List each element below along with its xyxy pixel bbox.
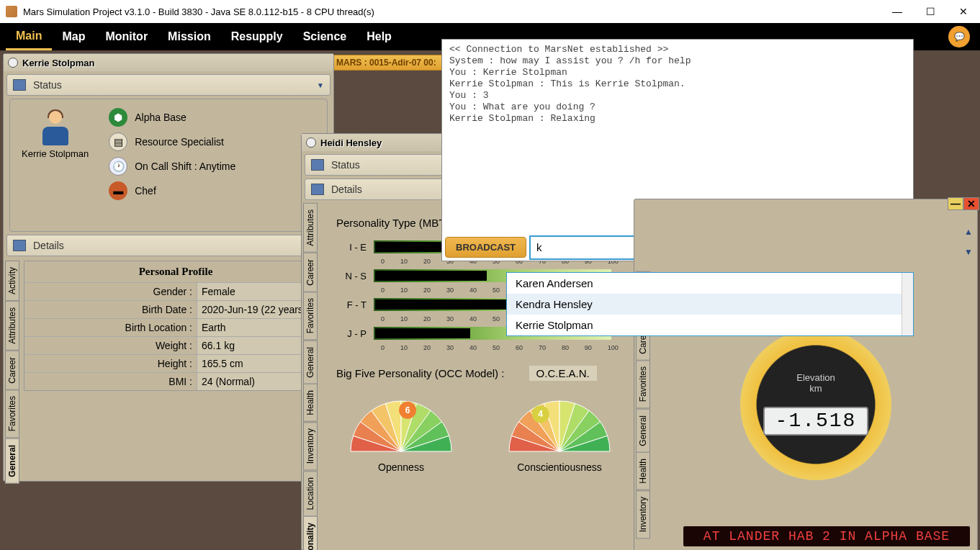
status-shift: On Call Shift : Anytime: [135, 161, 235, 172]
menu-help[interactable]: Help: [356, 24, 402, 49]
gauge-label: Conscientiousness: [502, 461, 617, 473]
plabel: Height :: [24, 355, 197, 372]
tab-general[interactable]: General: [303, 341, 318, 384]
clock-icon: 🕐: [109, 157, 127, 176]
tab-inventory[interactable]: Inventory: [303, 422, 318, 470]
details-panel-header[interactable]: Details: [6, 235, 331, 256]
tab-attributes[interactable]: Attributes: [303, 203, 318, 253]
gauge-fan-icon: 6: [343, 394, 459, 459]
tab-career[interactable]: Career: [303, 253, 318, 292]
menu-mission[interactable]: Mission: [158, 24, 221, 49]
menu-resupply[interactable]: Resupply: [221, 24, 293, 49]
chat-bubble-icon[interactable]: 💬: [948, 26, 970, 48]
window-radio-icon: [306, 138, 316, 148]
menu-monitor[interactable]: Monitor: [95, 24, 158, 49]
window-header[interactable]: Kerrie Stolpman: [4, 54, 333, 71]
tab-favorites[interactable]: Favorites: [303, 292, 318, 340]
elevation-gauge: Elevation km -1.518: [740, 329, 891, 480]
maximize-button[interactable]: ☐: [914, 0, 947, 23]
location-ticker: AT LANDER HAB 2 IN ALPHA BASE: [683, 526, 970, 546]
profile-title: Personal Profile: [24, 261, 327, 282]
profile-box: Personal Profile Gender :Female Birth Da…: [24, 261, 328, 391]
workspace: MARS : 0015-Adir-07 00: Kerrie Stolpman …: [0, 50, 980, 550]
gauge-label: Openness: [343, 461, 459, 473]
tab-favorites[interactable]: Favorites: [5, 389, 19, 438]
tab-general[interactable]: General: [636, 409, 650, 453]
person-name: Kerrie Stolpman: [22, 58, 94, 68]
tab-inventory[interactable]: Inventory: [636, 490, 650, 538]
base-icon: ⬢: [109, 108, 127, 127]
tab-career[interactable]: Career: [5, 351, 19, 390]
elevation-label: Elevation: [740, 372, 891, 383]
details-label: Details: [33, 240, 64, 251]
status-panel-header[interactable]: Status ▼: [6, 74, 331, 96]
person-name: Heidi Hensley: [320, 138, 382, 148]
status-job: Chef: [135, 185, 156, 197]
collapse-arrow-icon: ▼: [317, 81, 324, 89]
svg-text:4: 4: [538, 409, 543, 419]
menu-map[interactable]: Map: [52, 24, 95, 49]
menu-science[interactable]: Science: [293, 24, 356, 49]
person-window-kerrie: Kerrie Stolpman Status ▼ Kerrie Stolpman…: [3, 53, 334, 482]
briefcase-icon: ▬: [109, 181, 127, 200]
role-icon: ▤: [109, 132, 127, 151]
autocomplete-item[interactable]: Karen Andersen: [507, 273, 913, 294]
tab-health[interactable]: Health: [303, 384, 318, 422]
bar-scale: 0102030405060708090100: [381, 344, 619, 351]
tab-personality[interactable]: Personality: [303, 516, 318, 550]
elevation-value: -1.518: [763, 407, 868, 436]
details-label: Details: [331, 184, 362, 195]
elevation-unit: km: [740, 383, 891, 394]
window-titlebar: Mars Simulation Project v3.1.0 - Build 3…: [0, 0, 980, 23]
panel-icon: [13, 240, 26, 251]
panel-icon: [311, 159, 324, 171]
status-label: Status: [331, 159, 360, 171]
window-radio-icon: [8, 58, 18, 68]
tab-health[interactable]: Health: [636, 452, 650, 490]
gauge-fan-icon: 4: [502, 394, 617, 459]
svg-text:6: 6: [405, 405, 410, 415]
scrollbar[interactable]: [902, 273, 913, 335]
tab-favorites[interactable]: Favorites: [636, 360, 650, 408]
autocomplete-item[interactable]: Kerrie Stolpman: [507, 315, 913, 335]
avatar-icon: [41, 111, 70, 145]
tab-general[interactable]: General: [5, 438, 19, 484]
menu-main[interactable]: Main: [6, 24, 52, 50]
autocomplete-popup: Karen Andersen Kendra Hensley Kerrie Sto…: [506, 272, 914, 336]
panel-icon: [13, 79, 26, 91]
plabel: BMI :: [24, 373, 197, 390]
bigfive-label: Big Five Personality (OCC Model) :: [336, 367, 504, 379]
panel-icon: [311, 184, 324, 195]
bar-label: I - E: [336, 242, 374, 253]
bar-label: N - S: [336, 271, 374, 281]
tab-location[interactable]: Location: [303, 471, 318, 516]
broadcast-button[interactable]: BROADCAST: [445, 237, 526, 258]
plabel: Weight :: [24, 337, 197, 354]
status-base: Alpha Base: [135, 112, 186, 123]
plabel: Gender :: [24, 283, 197, 300]
status-label: Status: [33, 79, 62, 91]
avatar-name: Kerrie Stolpman: [22, 148, 89, 159]
minimize-button[interactable]: —: [881, 0, 914, 23]
plabel: Birth Location :: [24, 319, 197, 336]
close-button[interactable]: ✕: [947, 0, 980, 23]
mbti-label: Personality Type (MBTI) :: [336, 217, 458, 229]
autocomplete-item[interactable]: Kendra Hensley: [507, 294, 913, 315]
ocean-value: O.C.E.A.N.: [529, 366, 597, 381]
status-role: Resource Specialist: [135, 136, 224, 148]
hud-window: — ✕ ▲ ▼ Attributes Career Favorites Gene…: [634, 199, 978, 550]
bar-label: F - T: [336, 299, 374, 310]
app-icon: [6, 6, 17, 17]
tab-activity[interactable]: Activity: [5, 261, 19, 301]
plabel: Birth Date :: [24, 301, 197, 318]
status-body: Kerrie Stolpman ⬢Alpha Base ▤Resource Sp…: [9, 99, 328, 232]
window-title: Mars Simulation Project v3.1.0 - Build 3…: [23, 6, 374, 17]
tab-attributes[interactable]: Attributes: [5, 301, 19, 351]
bar-label: J - P: [336, 328, 374, 339]
mars-time-tab[interactable]: MARS : 0015-Adir-07 00:: [328, 55, 444, 71]
chat-log: << Connection to MarsNet established >> …: [442, 40, 913, 202]
